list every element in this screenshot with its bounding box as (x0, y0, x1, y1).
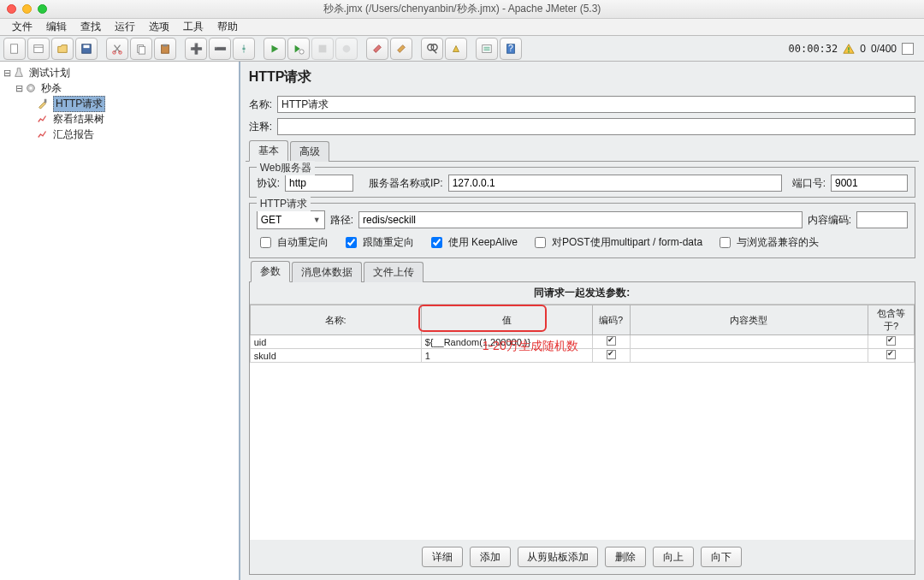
menu-help[interactable]: 帮助 (210, 18, 245, 36)
run-indicator (902, 43, 914, 55)
new-icon[interactable] (3, 38, 26, 60)
tab-basic[interactable]: 基本 (249, 140, 288, 162)
multipart-checkbox[interactable]: 对POST使用multipart / form-data (531, 234, 702, 251)
minimize-window-button[interactable] (22, 4, 32, 14)
toolbar: ➕ ➖ ? 00:00:32 0 0/400 (0, 36, 924, 62)
sampler-editor-panel: HTTP请求 名称: 注释: 基本 高级 Web服务器 协议: 服务器名称或IP… (240, 62, 924, 580)
httprequest-legend: HTTP请求 (257, 197, 311, 211)
tree-node-results-tree[interactable]: · 察看结果树 (2, 111, 237, 127)
reset-search-icon[interactable] (445, 38, 467, 60)
add-button[interactable]: 添加 (470, 547, 511, 567)
search-icon[interactable] (421, 38, 443, 60)
panel-heading: HTTP请求 (249, 68, 915, 86)
chevron-down-icon: ▼ (313, 216, 321, 224)
table-row[interactable]: uid ${__Random(1,200000,)} (250, 335, 914, 349)
expand-icon[interactable]: ➕ (185, 38, 207, 60)
menu-options[interactable]: 选项 (142, 18, 176, 36)
start-icon[interactable] (264, 38, 286, 60)
detail-button[interactable]: 详细 (422, 547, 463, 567)
col-name[interactable]: 名称: (250, 305, 421, 335)
port-label: 端口号: (792, 176, 826, 191)
tree-toggle-icon[interactable]: ⊟ (14, 83, 24, 94)
tab-advanced[interactable]: 高级 (290, 141, 329, 162)
auto-redirect-checkbox[interactable]: 自动重定向 (257, 234, 329, 251)
flask-icon (12, 67, 26, 79)
encoding-label: 内容编码: (808, 213, 851, 228)
svg-rect-10 (163, 44, 167, 46)
params-table[interactable]: 名称: 值 编码? 内容类型 包含等于? uid ${__Random(1,20… (250, 305, 915, 363)
tab-body-data[interactable]: 消息体数据 (292, 262, 362, 282)
tab-parameters[interactable]: 参数 (251, 261, 290, 282)
encoding-input[interactable] (856, 211, 908, 228)
keepalive-checkbox[interactable]: 使用 KeepAlive (428, 234, 518, 251)
checkbox-icon[interactable] (886, 350, 896, 359)
tree-node-testplan[interactable]: ⊟ 测试计划 (2, 65, 237, 80)
test-plan-tree[interactable]: ⊟ 测试计划 ⊟ 秒杀 · HTTP请求 · 察看结果树 · 汇总报告 (0, 62, 240, 580)
gear-icon (24, 82, 38, 94)
method-select[interactable]: GET▼ (257, 210, 325, 229)
browser-compat-checkbox[interactable]: 与浏览器兼容的头 (716, 234, 819, 251)
cut-icon[interactable] (106, 38, 128, 60)
svg-point-17 (431, 44, 437, 50)
delete-button[interactable]: 删除 (605, 547, 646, 567)
menu-edit[interactable]: 编辑 (39, 18, 74, 36)
server-input[interactable] (448, 175, 782, 192)
templates-icon[interactable] (27, 38, 50, 60)
svg-rect-24 (848, 47, 850, 50)
svg-point-27 (29, 86, 33, 90)
tree-node-threadgroup[interactable]: ⊟ 秒杀 (2, 80, 237, 96)
move-down-button[interactable]: 向下 (701, 547, 742, 567)
col-value[interactable]: 值 (421, 305, 592, 335)
table-row[interactable]: skuId 1 (250, 349, 914, 363)
svg-rect-28 (44, 99, 47, 103)
collapse-icon[interactable]: ➖ (209, 38, 231, 60)
add-from-clipboard-button[interactable]: 从剪贴板添加 (518, 547, 598, 567)
protocol-input[interactable] (285, 175, 353, 192)
paste-icon[interactable] (154, 38, 176, 60)
start-notimers-icon[interactable] (287, 38, 310, 60)
col-ctype[interactable]: 内容类型 (630, 305, 868, 335)
move-up-button[interactable]: 向上 (653, 547, 694, 567)
clear-icon[interactable] (366, 38, 388, 60)
help-icon[interactable]: ? (500, 38, 522, 60)
tab-file-upload[interactable]: 文件上传 (364, 262, 424, 282)
close-window-button[interactable] (7, 4, 16, 14)
path-label: 路径: (330, 213, 353, 228)
col-equals[interactable]: 包含等于? (868, 305, 915, 335)
path-input[interactable] (358, 211, 803, 228)
svg-rect-13 (319, 44, 327, 52)
save-icon[interactable] (75, 38, 98, 60)
copy-icon[interactable] (130, 38, 152, 60)
menu-search[interactable]: 查找 (74, 18, 108, 36)
tree-toggle-icon[interactable]: ⊟ (2, 68, 12, 79)
pipette-icon (36, 98, 50, 109)
open-icon[interactable] (51, 38, 74, 60)
error-count: 0 (860, 43, 866, 55)
toggle-icon[interactable] (233, 38, 255, 60)
checkbox-icon[interactable] (607, 350, 616, 359)
svg-rect-0 (11, 44, 18, 53)
server-label: 服务器名称或IP: (369, 176, 443, 191)
maximize-window-button[interactable] (38, 4, 47, 14)
parameters-box: 同请求一起发送参数: 名称: 值 编码? 内容类型 包含等于? (249, 282, 915, 575)
col-encode[interactable]: 编码? (592, 305, 630, 335)
port-input[interactable] (831, 175, 908, 192)
clear-all-icon[interactable] (390, 38, 412, 60)
comment-input[interactable] (277, 118, 915, 135)
svg-point-11 (242, 47, 246, 50)
follow-redirect-checkbox[interactable]: 跟随重定向 (342, 234, 414, 251)
checkbox-icon[interactable] (886, 336, 896, 346)
tree-node-summary-report[interactable]: · 汇总报告 (2, 127, 237, 142)
function-helper-icon[interactable] (476, 38, 498, 60)
svg-text:?: ? (508, 43, 513, 53)
checkbox-icon[interactable] (607, 336, 616, 346)
menu-bar: 文件 编辑 查找 运行 选项 工具 帮助 (0, 19, 924, 36)
svg-rect-8 (139, 46, 145, 54)
tree-node-http-request[interactable]: · HTTP请求 (2, 96, 237, 111)
name-input[interactable] (277, 96, 915, 113)
menu-run[interactable]: 运行 (108, 18, 142, 36)
params-title: 同请求一起发送参数: (250, 282, 915, 305)
menu-tools[interactable]: 工具 (176, 18, 210, 36)
menu-file[interactable]: 文件 (5, 18, 39, 36)
warning-icon[interactable] (843, 43, 855, 55)
